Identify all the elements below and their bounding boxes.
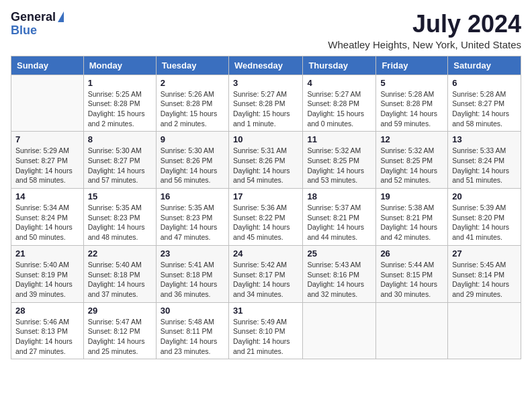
logo: General Blue <box>11 11 64 38</box>
day-info: Sunrise: 5:25 AMSunset: 8:28 PMDaylight:… <box>88 89 152 129</box>
week-row-2: 7Sunrise: 5:29 AMSunset: 8:27 PMDaylight… <box>11 132 521 189</box>
location-title: Wheatley Heights, New York, United State… <box>328 39 521 50</box>
day-info: Sunrise: 5:30 AMSunset: 8:26 PMDaylight:… <box>161 146 224 185</box>
calendar-cell <box>376 302 448 359</box>
calendar-cell: 30Sunrise: 5:48 AMSunset: 8:11 PMDayligh… <box>156 302 228 359</box>
day-number: 10 <box>233 134 298 144</box>
calendar-cell: 11Sunrise: 5:32 AMSunset: 8:25 PMDayligh… <box>303 132 376 189</box>
day-info: Sunrise: 5:49 AMSunset: 8:10 PMDaylight:… <box>233 317 298 357</box>
calendar-cell: 14Sunrise: 5:34 AMSunset: 8:24 PMDayligh… <box>11 189 84 246</box>
day-number: 18 <box>307 191 371 201</box>
calendar-cell: 3Sunrise: 5:27 AMSunset: 8:28 PMDaylight… <box>228 75 302 132</box>
day-info: Sunrise: 5:28 AMSunset: 8:27 PMDaylight:… <box>452 89 517 129</box>
calendar-cell: 17Sunrise: 5:36 AMSunset: 8:22 PMDayligh… <box>228 189 302 246</box>
title-block: July 2024 Wheatley Heights, New York, Un… <box>328 11 521 50</box>
day-number: 5 <box>380 78 443 88</box>
day-info: Sunrise: 5:27 AMSunset: 8:28 PMDaylight:… <box>307 89 371 129</box>
day-number: 8 <box>88 134 152 144</box>
calendar-cell: 8Sunrise: 5:30 AMSunset: 8:27 PMDaylight… <box>83 132 156 189</box>
calendar-cell: 18Sunrise: 5:37 AMSunset: 8:21 PMDayligh… <box>303 189 376 246</box>
day-number: 14 <box>15 191 79 201</box>
day-info: Sunrise: 5:30 AMSunset: 8:27 PMDaylight:… <box>88 146 152 185</box>
day-number: 31 <box>233 306 298 316</box>
calendar-cell: 31Sunrise: 5:49 AMSunset: 8:10 PMDayligh… <box>228 302 302 359</box>
day-number: 2 <box>161 78 224 88</box>
day-info: Sunrise: 5:47 AMSunset: 8:12 PMDaylight:… <box>88 317 152 357</box>
day-info: Sunrise: 5:32 AMSunset: 8:25 PMDaylight:… <box>380 146 443 185</box>
day-info: Sunrise: 5:37 AMSunset: 8:21 PMDaylight:… <box>307 203 371 242</box>
calendar-cell: 10Sunrise: 5:31 AMSunset: 8:26 PMDayligh… <box>228 132 302 189</box>
calendar-cell: 2Sunrise: 5:26 AMSunset: 8:28 PMDaylight… <box>156 75 228 132</box>
calendar-cell: 19Sunrise: 5:38 AMSunset: 8:21 PMDayligh… <box>376 189 448 246</box>
page-header: General Blue July 2024 Wheatley Heights,… <box>11 11 521 50</box>
calendar-table: SundayMondayTuesdayWednesdayThursdayFrid… <box>11 56 521 360</box>
calendar-cell: 7Sunrise: 5:29 AMSunset: 8:27 PMDaylight… <box>11 132 84 189</box>
day-number: 1 <box>88 78 152 88</box>
calendar-cell <box>11 75 84 132</box>
day-number: 23 <box>161 248 224 259</box>
day-info: Sunrise: 5:26 AMSunset: 8:28 PMDaylight:… <box>161 89 224 129</box>
calendar-cell: 4Sunrise: 5:27 AMSunset: 8:28 PMDaylight… <box>303 75 376 132</box>
calendar-cell: 26Sunrise: 5:44 AMSunset: 8:15 PMDayligh… <box>376 245 448 302</box>
day-info: Sunrise: 5:40 AMSunset: 8:18 PMDaylight:… <box>88 260 152 300</box>
day-info: Sunrise: 5:40 AMSunset: 8:19 PMDaylight:… <box>15 260 79 300</box>
day-number: 15 <box>88 191 152 201</box>
calendar-cell: 5Sunrise: 5:28 AMSunset: 8:28 PMDaylight… <box>376 75 448 132</box>
day-number: 13 <box>452 134 517 144</box>
day-info: Sunrise: 5:44 AMSunset: 8:15 PMDaylight:… <box>380 260 443 300</box>
weekday-header-thursday: Thursday <box>303 56 376 75</box>
day-info: Sunrise: 5:42 AMSunset: 8:17 PMDaylight:… <box>233 260 298 300</box>
calendar-cell: 1Sunrise: 5:25 AMSunset: 8:28 PMDaylight… <box>83 75 156 132</box>
logo-blue: Blue <box>11 24 64 38</box>
day-number: 20 <box>452 191 517 201</box>
calendar-cell <box>303 302 376 359</box>
day-number: 17 <box>233 191 298 201</box>
month-title: July 2024 <box>328 11 521 38</box>
day-number: 4 <box>307 78 371 88</box>
calendar-cell: 9Sunrise: 5:30 AMSunset: 8:26 PMDaylight… <box>156 132 228 189</box>
calendar-cell: 23Sunrise: 5:41 AMSunset: 8:18 PMDayligh… <box>156 245 228 302</box>
logo-general: General <box>11 11 56 24</box>
day-number: 16 <box>161 191 224 201</box>
day-info: Sunrise: 5:33 AMSunset: 8:24 PMDaylight:… <box>452 146 517 185</box>
day-number: 7 <box>15 134 79 144</box>
weekday-header-friday: Friday <box>376 56 448 75</box>
day-info: Sunrise: 5:34 AMSunset: 8:24 PMDaylight:… <box>15 203 79 242</box>
day-info: Sunrise: 5:38 AMSunset: 8:21 PMDaylight:… <box>380 203 443 242</box>
week-row-3: 14Sunrise: 5:34 AMSunset: 8:24 PMDayligh… <box>11 189 521 246</box>
day-number: 25 <box>307 248 371 259</box>
day-info: Sunrise: 5:32 AMSunset: 8:25 PMDaylight:… <box>307 146 371 185</box>
calendar-cell: 15Sunrise: 5:35 AMSunset: 8:23 PMDayligh… <box>83 189 156 246</box>
day-info: Sunrise: 5:28 AMSunset: 8:28 PMDaylight:… <box>380 89 443 129</box>
calendar-cell: 27Sunrise: 5:45 AMSunset: 8:14 PMDayligh… <box>448 245 521 302</box>
calendar-cell: 20Sunrise: 5:39 AMSunset: 8:20 PMDayligh… <box>448 189 521 246</box>
day-info: Sunrise: 5:48 AMSunset: 8:11 PMDaylight:… <box>161 317 224 357</box>
day-info: Sunrise: 5:39 AMSunset: 8:20 PMDaylight:… <box>452 203 517 242</box>
day-info: Sunrise: 5:35 AMSunset: 8:23 PMDaylight:… <box>88 203 152 242</box>
day-number: 3 <box>233 78 298 88</box>
calendar-cell: 24Sunrise: 5:42 AMSunset: 8:17 PMDayligh… <box>228 245 302 302</box>
day-info: Sunrise: 5:35 AMSunset: 8:23 PMDaylight:… <box>161 203 224 242</box>
day-number: 22 <box>88 248 152 259</box>
calendar-cell: 6Sunrise: 5:28 AMSunset: 8:27 PMDaylight… <box>448 75 521 132</box>
weekday-header-saturday: Saturday <box>448 56 521 75</box>
weekday-header-monday: Monday <box>83 56 156 75</box>
calendar-cell: 25Sunrise: 5:43 AMSunset: 8:16 PMDayligh… <box>303 245 376 302</box>
day-number: 6 <box>452 78 517 88</box>
day-number: 21 <box>15 248 79 259</box>
logo-triangle-icon <box>58 11 64 22</box>
day-number: 28 <box>15 306 79 316</box>
day-number: 30 <box>161 306 224 316</box>
day-info: Sunrise: 5:27 AMSunset: 8:28 PMDaylight:… <box>233 89 298 129</box>
day-number: 9 <box>161 134 224 144</box>
calendar-cell <box>448 302 521 359</box>
day-info: Sunrise: 5:43 AMSunset: 8:16 PMDaylight:… <box>307 260 371 300</box>
day-number: 12 <box>380 134 443 144</box>
day-number: 26 <box>380 248 443 259</box>
day-number: 27 <box>452 248 517 259</box>
calendar-cell: 21Sunrise: 5:40 AMSunset: 8:19 PMDayligh… <box>11 245 84 302</box>
day-info: Sunrise: 5:31 AMSunset: 8:26 PMDaylight:… <box>233 146 298 185</box>
day-info: Sunrise: 5:45 AMSunset: 8:14 PMDaylight:… <box>452 260 517 300</box>
day-number: 24 <box>233 248 298 259</box>
calendar-cell: 29Sunrise: 5:47 AMSunset: 8:12 PMDayligh… <box>83 302 156 359</box>
